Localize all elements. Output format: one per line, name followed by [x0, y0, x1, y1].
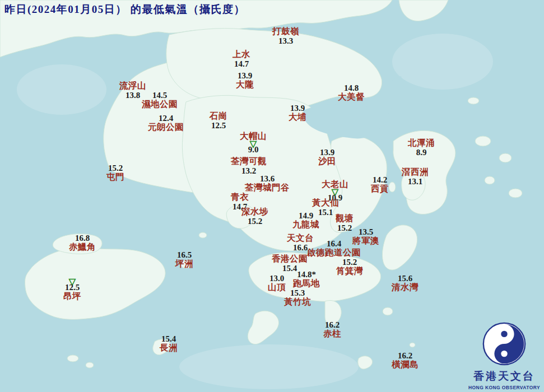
- station-name: 西貢: [371, 184, 389, 194]
- weather-station: 上水 14.7: [233, 50, 250, 68]
- weather-station: 九龍城 14.9: [292, 211, 319, 230]
- station-value: 13.8: [125, 91, 140, 100]
- station-value: 15.3: [290, 288, 305, 297]
- station-name: 長洲: [160, 343, 178, 353]
- station-value: 9.0: [248, 145, 259, 154]
- station-marker-icon: ▽: [69, 278, 76, 283]
- station-value: 14.8*: [297, 270, 316, 279]
- station-value: 13.6: [260, 174, 275, 183]
- weather-station: 山頂 13.0: [268, 274, 286, 292]
- station-name: 流浮山: [119, 81, 146, 91]
- station-name: 清水灣: [392, 283, 419, 292]
- station-name: 深水埗: [241, 207, 268, 217]
- station-name: 沙田: [318, 157, 336, 166]
- weather-station: 昂坪 ▽ 12.5: [63, 279, 81, 301]
- weather-station: 石崗 12.5: [210, 111, 227, 130]
- station-value: 16.5: [177, 250, 192, 259]
- weather-station: 啟德跑道公園 16.4: [307, 239, 361, 258]
- station-value: 16.2: [325, 320, 340, 329]
- weather-station: 大美督 14.8: [338, 83, 365, 102]
- weather-station: 大帽山 ▽ 9.0: [240, 132, 267, 154]
- weather-station: 荃灣可觀 13.2: [231, 157, 267, 175]
- station-name: 大美督: [338, 92, 365, 102]
- station-value: 12.4: [159, 114, 173, 123]
- weather-station: 沙田 13.9: [318, 148, 336, 166]
- station-name: 元朗公園: [148, 123, 184, 132]
- station-name: 橫瀾島: [392, 360, 419, 370]
- weather-station: 深水埗 15.2: [241, 207, 268, 226]
- station-marker-icon: ▽: [250, 141, 257, 145]
- station-name: 濕地公園: [142, 100, 178, 109]
- station-value: 16.2: [398, 351, 412, 360]
- station-value: 13.9: [290, 104, 305, 113]
- station-value: 8.9: [416, 148, 427, 157]
- station-name: 啟德跑道公園: [307, 248, 361, 258]
- station-value: 13.0: [269, 274, 284, 283]
- station-value: 15.1: [318, 208, 333, 217]
- station-value: 15.4: [161, 334, 176, 343]
- weather-station: 大埔 13.9: [289, 104, 306, 122]
- station-name: 筲箕灣: [336, 267, 363, 276]
- station-name: 大埔: [289, 113, 306, 122]
- weather-station: 赤鱲角 16.8: [69, 234, 96, 252]
- weather-station: 長洲 15.4: [160, 334, 178, 353]
- station-value: 16.6: [293, 243, 308, 252]
- station-value: 15.6: [398, 274, 412, 283]
- weather-station: 滘西洲 13.1: [402, 167, 429, 186]
- hko-name-english: HONG KONG OBSERVATORY: [468, 385, 540, 390]
- station-name: 赤鱲角: [69, 242, 96, 252]
- station-value: 12.5: [211, 121, 226, 130]
- station-name: 打鼓嶺: [272, 27, 299, 36]
- station-name: 石崗: [210, 111, 227, 121]
- station-value: 12.5: [65, 283, 80, 292]
- station-name: 坪洲: [175, 259, 193, 269]
- station-name: 昂坪: [63, 292, 81, 301]
- hko-logo: 香港天文台 HONG KONG OBSERVATORY: [473, 321, 536, 390]
- weather-station: 跑馬地 14.8*: [293, 270, 320, 288]
- weather-station: 橫瀾島 16.2: [392, 351, 419, 370]
- weather-map-page: 昨日(2024年01月05日） 的最低氣溫（攝氏度） 打鼓嶺 13.3 上水 1…: [0, 0, 544, 392]
- station-value: 15.2: [337, 223, 352, 232]
- station-value: 14.7: [234, 59, 249, 68]
- station-value: 14.9: [299, 211, 313, 220]
- station-value: 16.4: [327, 239, 341, 248]
- weather-station: 黃竹坑 15.3: [284, 288, 311, 307]
- station-value: 13.5: [359, 227, 373, 236]
- station-name: 九龍城: [292, 220, 319, 230]
- station-name: 荃灣城門谷: [245, 183, 290, 193]
- station-value: 16.8: [75, 234, 90, 242]
- station-name: 青衣: [231, 193, 249, 202]
- station-value: 14.8: [344, 83, 359, 92]
- weather-station: 西貢 14.2: [371, 175, 389, 194]
- station-value: 15.2: [248, 217, 262, 226]
- weather-station: 赤柱 16.2: [323, 320, 341, 339]
- station-value: 15.2: [108, 164, 123, 172]
- weather-station: 元朗公園 12.4: [148, 114, 184, 132]
- station-name: 大隴: [236, 80, 254, 90]
- hko-name-chinese: 香港天文台: [473, 369, 535, 384]
- station-name: 山頂: [268, 283, 286, 292]
- stations-layer: 打鼓嶺 13.3 上水 14.7 大隴 13.9 流浮山 13.8 濕地公園 1…: [0, 0, 544, 392]
- station-name: 上水: [233, 50, 250, 59]
- station-value: 15.2: [342, 258, 357, 267]
- weather-station: 濕地公園 14.5: [142, 91, 178, 109]
- station-name: 滘西洲: [402, 167, 429, 177]
- weather-station: 北潭涌 8.9: [408, 138, 435, 157]
- station-name: 跑馬地: [293, 279, 320, 288]
- weather-station: 清水灣 15.6: [392, 274, 419, 292]
- station-name: 荃灣可觀: [231, 157, 267, 166]
- station-name: 黃竹坑: [284, 297, 311, 307]
- weather-station: 坪洲 16.5: [175, 250, 193, 269]
- station-name: 赤柱: [323, 329, 341, 339]
- station-value: 13.9: [238, 71, 252, 80]
- station-marker-icon: ▽: [332, 189, 338, 193]
- weather-station: 荃灣城門谷 13.6: [245, 174, 290, 193]
- station-value: 13.1: [408, 177, 422, 186]
- weather-station: 屯門 15.2: [106, 164, 124, 182]
- station-name: 觀塘: [336, 214, 354, 223]
- station-value: 14.5: [152, 91, 167, 100]
- weather-station: 筲箕灣 15.2: [336, 258, 363, 276]
- station-name: 北潭涌: [408, 138, 435, 148]
- station-name: 香港公園: [272, 254, 308, 264]
- station-value: 13.9: [320, 148, 334, 157]
